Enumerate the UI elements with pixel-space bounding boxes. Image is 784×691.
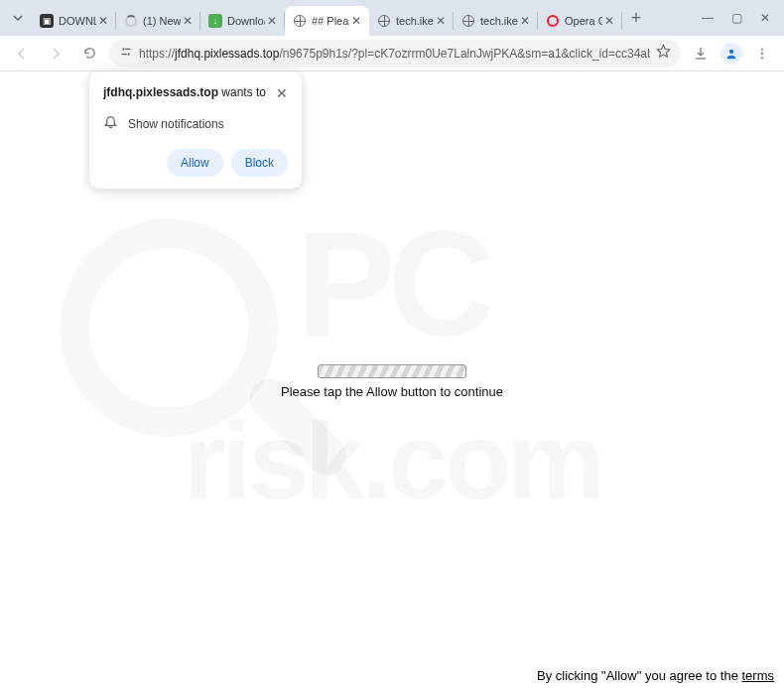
back-button[interactable]	[8, 40, 36, 68]
new-tab-button[interactable]: +	[622, 4, 650, 32]
favicon-green-icon: ↓	[208, 14, 222, 28]
globe-icon	[377, 14, 391, 28]
favicon-dark-icon: ▣	[40, 14, 54, 28]
maximize-button[interactable]: ▢	[731, 11, 742, 25]
url-text: https://jfdhq.pixlessads.top/n9675p9h1s/…	[139, 47, 650, 61]
tab-title: DOWNLO	[59, 15, 96, 27]
notification-permission-prompt: jfdhq.pixlessads.top wants to ✕ Show not…	[89, 71, 302, 189]
tab-close-icon[interactable]: ✕	[434, 14, 448, 28]
tab-title: Downloa	[227, 15, 265, 27]
tab-title: ## Pleas	[312, 15, 349, 27]
forward-button[interactable]	[42, 40, 69, 68]
svg-point-7	[761, 57, 763, 59]
tab-close-icon[interactable]: ✕	[265, 14, 279, 28]
site-settings-icon[interactable]	[119, 45, 133, 63]
svg-point-5	[761, 48, 763, 50]
downloads-button[interactable]	[687, 40, 715, 68]
block-button[interactable]: Block	[231, 149, 288, 177]
loading-spinner-icon	[124, 14, 138, 28]
tab-strip: ▣ DOWNLO ✕ (1) New N ✕ ↓ Downloa ✕ ## Pl…	[32, 0, 688, 36]
profile-button[interactable]	[720, 43, 742, 65]
globe-icon	[461, 14, 475, 28]
svg-point-0	[122, 48, 124, 50]
opera-icon	[546, 14, 560, 28]
svg-point-4	[729, 49, 733, 53]
globe-icon	[293, 14, 307, 28]
page-message: Please tap the Allow button to continue	[281, 384, 503, 399]
svg-rect-1	[125, 48, 130, 49]
close-window-button[interactable]: ✕	[760, 11, 770, 25]
tab-close-icon[interactable]: ✕	[518, 14, 532, 28]
svg-point-6	[761, 52, 763, 54]
reload-button[interactable]	[75, 40, 103, 68]
tab-title: (1) New N	[143, 15, 181, 27]
tab-4[interactable]: tech.ikey ✕	[369, 6, 454, 36]
tab-1[interactable]: (1) New N ✕	[116, 6, 200, 36]
tab-title: tech.ikey	[480, 15, 518, 27]
minimize-button[interactable]: —	[702, 11, 714, 25]
bell-icon	[103, 115, 118, 133]
prompt-close-button[interactable]: ✕	[276, 85, 288, 101]
allow-button[interactable]: Allow	[167, 149, 223, 177]
tab-close-icon[interactable]: ✕	[349, 14, 363, 28]
tab-6[interactable]: Opera G ✕	[538, 6, 622, 36]
tab-0[interactable]: ▣ DOWNLO ✕	[32, 6, 116, 36]
tab-title: tech.ikey	[396, 15, 434, 27]
address-bar[interactable]: https://jfdhq.pixlessads.top/n9675p9h1s/…	[109, 40, 681, 68]
svg-rect-3	[122, 54, 127, 55]
bookmark-star-icon[interactable]	[656, 44, 671, 63]
tab-close-icon[interactable]: ✕	[602, 14, 616, 28]
tab-5[interactable]: tech.ikey ✕	[454, 6, 538, 36]
browser-title-bar: ▣ DOWNLO ✕ (1) New N ✕ ↓ Downloa ✕ ## Pl…	[0, 0, 784, 36]
svg-point-2	[128, 53, 130, 55]
fake-progress-bar	[318, 364, 466, 378]
menu-button[interactable]	[748, 40, 776, 68]
tab-3-active[interactable]: ## Pleas ✕	[285, 6, 369, 36]
tab-close-icon[interactable]: ✕	[181, 14, 195, 28]
toolbar: https://jfdhq.pixlessads.top/n9675p9h1s/…	[0, 36, 784, 71]
tab-search-button[interactable]	[6, 6, 30, 30]
window-controls: — ▢ ✕	[688, 11, 784, 25]
tab-close-icon[interactable]: ✕	[96, 14, 110, 28]
tab-title: Opera G	[565, 15, 602, 27]
tab-2[interactable]: ↓ Downloa ✕	[200, 6, 285, 36]
prompt-permission-label: Show notifications	[128, 117, 224, 131]
prompt-title: jfdhq.pixlessads.top wants to	[103, 85, 266, 99]
